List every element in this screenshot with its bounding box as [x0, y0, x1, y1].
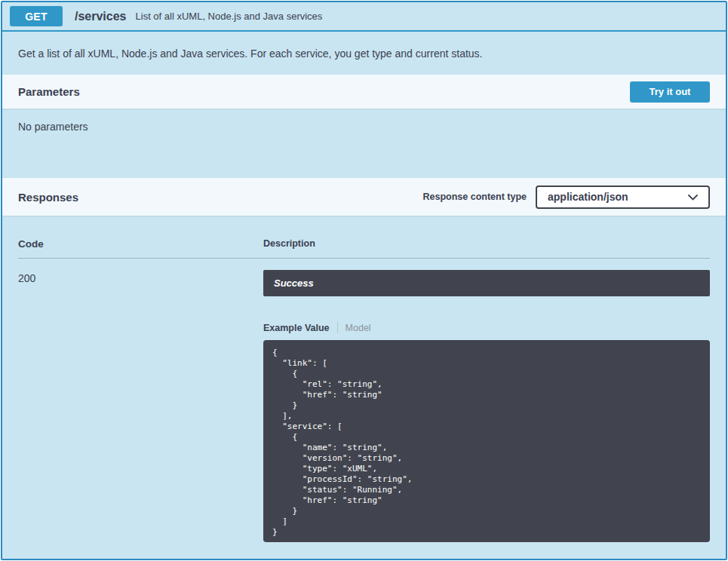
response-row: 200 Success Example Value Model { "link"… — [18, 270, 710, 542]
response-code: 200 — [18, 270, 263, 542]
selected-content-type: application/json — [548, 191, 628, 203]
operation-description: Get a list of all xUML, Node.js and Java… — [2, 32, 726, 75]
endpoint-path: /services — [75, 10, 127, 23]
try-it-out-button[interactable]: Try it out — [630, 81, 710, 103]
description-text: Get a list of all xUML, Node.js and Java… — [18, 48, 483, 60]
parameters-body: No parameters — [2, 109, 726, 178]
responses-body: Code Description 200 Success Example Val… — [2, 216, 726, 559]
tab-model[interactable]: Model — [346, 323, 371, 333]
parameters-title: Parameters — [18, 85, 80, 98]
tab-divider — [337, 322, 338, 333]
responses-section-header: Responses Response content type applicat… — [2, 178, 726, 216]
responses-title: Responses — [18, 191, 78, 204]
operation-panel: GET /services List of all xUML, Node.js … — [1, 1, 727, 560]
responses-table-header: Code Description — [18, 238, 710, 259]
endpoint-summary: List of all xUML, Node.js and Java servi… — [136, 11, 323, 22]
code-column-header: Code — [18, 238, 263, 250]
example-json-block[interactable]: { "link": [ { "rel": "string", "href": "… — [263, 340, 710, 542]
response-content-type-select[interactable]: application/json — [536, 185, 710, 209]
example-model-tabs: Example Value Model — [263, 322, 710, 333]
response-description-cell: Success Example Value Model { "link": [ … — [263, 270, 710, 542]
response-content-type-group: Response content type application/json — [422, 185, 710, 209]
no-parameters-text: No parameters — [18, 121, 710, 133]
response-content-type-label: Response content type — [422, 192, 527, 202]
parameters-section-header: Parameters Try it out — [2, 75, 726, 109]
description-column-header: Description — [263, 238, 710, 250]
http-method-badge: GET — [10, 6, 63, 26]
chevron-down-icon — [688, 190, 698, 204]
response-description-banner: Success — [263, 270, 710, 296]
tab-example-value[interactable]: Example Value — [263, 323, 330, 333]
operation-header[interactable]: GET /services List of all xUML, Node.js … — [2, 2, 726, 32]
